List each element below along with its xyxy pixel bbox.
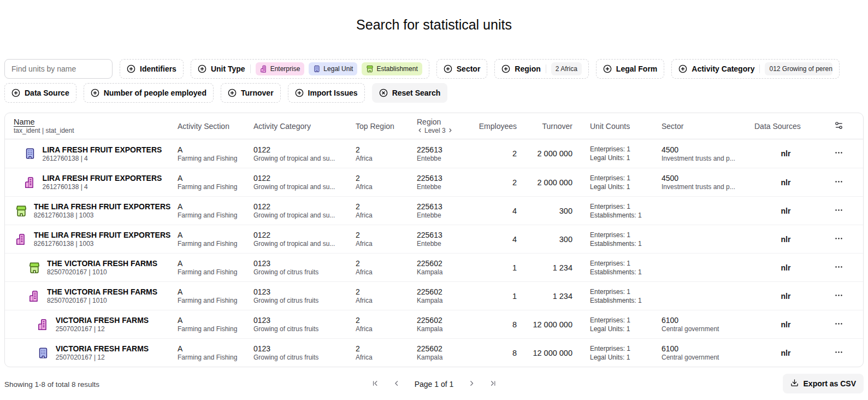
- top-region-cell: 2Africa: [356, 202, 417, 219]
- table-row[interactable]: THE LIRA FRESH FRUIT EXPORTERS8261276013…: [5, 196, 863, 225]
- region-filter-button[interactable]: Region2 Africa: [494, 59, 588, 79]
- row-actions-button[interactable]: [832, 345, 846, 361]
- activity-category-cell: 0122Growing of tropical and su...: [253, 174, 356, 191]
- data-sources-cell: nlr: [754, 292, 823, 301]
- row-actions-button[interactable]: [832, 203, 846, 219]
- activity-section-cell: AFarming and Fishing: [178, 259, 253, 276]
- export-csv-button[interactable]: Export as CSV: [783, 374, 864, 393]
- page-title: Search for statistical units: [0, 15, 868, 34]
- next-page-button[interactable]: [465, 377, 478, 391]
- badge-enterprise[interactable]: Enterprise: [256, 62, 305, 75]
- chevron-left-icon: [417, 127, 423, 135]
- unit-name-link[interactable]: THE LIRA FRESH FRUIT EXPORTERS: [34, 202, 171, 211]
- unit-name-link[interactable]: LIRA FRESH FRUIT EXPORTERS: [43, 174, 162, 183]
- unit-name-link[interactable]: VICTORIA FRESH FARMS: [56, 316, 149, 325]
- reset-search-filter-button[interactable]: Reset Search: [372, 83, 448, 103]
- download-icon: [790, 379, 799, 389]
- enterprise-icon: [37, 319, 49, 331]
- page-indicator: Page 1 of 1: [415, 380, 454, 389]
- unit-name-link[interactable]: VICTORIA FRESH FARMS: [56, 344, 149, 353]
- turnover-cell: 2 000 000: [517, 149, 572, 158]
- filter-bar: IdentifiersUnit TypeEnterpriseLegal Unit…: [4, 59, 864, 103]
- employees-cell: 4: [469, 235, 517, 244]
- unit-type-filter-button[interactable]: Unit TypeEnterpriseLegal UnitEstablishme…: [191, 59, 429, 79]
- row-actions-button[interactable]: [832, 146, 846, 161]
- unit-name-link[interactable]: LIRA FRESH FRUIT EXPORTERS: [43, 145, 162, 154]
- search-input[interactable]: [4, 59, 113, 79]
- unit-name-link[interactable]: THE VICTORIA FRESH FARMS: [47, 259, 157, 268]
- badge-establishment[interactable]: Establishment: [362, 62, 422, 75]
- unit-name-link[interactable]: THE VICTORIA FRESH FARMS: [47, 287, 157, 296]
- circle-plus-icon: [603, 64, 612, 73]
- activity-section-cell: AFarming and Fishing: [178, 344, 253, 361]
- table-row[interactable]: THE VICTORIA FRESH FARMS82507020167 | 10…: [5, 253, 863, 281]
- table-row[interactable]: LIRA FRESH FRUIT EXPORTERS2612760138 | 4…: [5, 139, 863, 168]
- employees-cell: 4: [469, 207, 517, 215]
- top-region-cell: 2Africa: [356, 145, 417, 162]
- region-cell: 225613Entebbe: [417, 202, 469, 219]
- name-cell: THE VICTORIA FRESH FARMS82507020167 | 10…: [14, 259, 178, 276]
- activity-category-cell: 0122Growing of tropical and su...: [253, 202, 356, 219]
- first-page-button[interactable]: [369, 377, 381, 391]
- region-level-next-button[interactable]: [447, 127, 453, 135]
- employees-cell: 8: [469, 349, 517, 357]
- identifiers-filter-button[interactable]: Identifiers: [120, 59, 184, 79]
- turnover-filter-button[interactable]: Turnover: [221, 83, 281, 103]
- pagination: Page 1 of 1: [369, 377, 500, 391]
- table-settings-button[interactable]: [832, 119, 846, 134]
- number-of-people-employed-filter-button[interactable]: Number of people employed: [84, 83, 214, 103]
- region-level-label: Level 3: [424, 127, 446, 134]
- enterprise-icon: [28, 290, 40, 302]
- search-statistical-units-page: Search for statistical units Identifiers…: [0, 15, 868, 395]
- badge-legal-unit[interactable]: Legal Unit: [309, 62, 357, 75]
- unit-name-link[interactable]: THE LIRA FRESH FRUIT EXPORTERS: [34, 231, 171, 239]
- data-sources-cell: nlr: [754, 320, 823, 329]
- sector-code: 6100: [662, 316, 749, 325]
- badge-2-africa[interactable]: 2 Africa: [551, 62, 582, 75]
- table-row[interactable]: VICTORIA FRESH FARMS2507020167 | 12AFarm…: [5, 338, 863, 367]
- name-cell: VICTORIA FRESH FARMS2507020167 | 12: [14, 344, 178, 361]
- top-region-cell: 2Africa: [356, 174, 417, 191]
- badge-012-growing-of-perenni[interactable]: 012 Growing of perenni: [765, 62, 832, 75]
- circle-plus-icon: [11, 89, 20, 97]
- filter-label: Activity Category: [692, 64, 754, 73]
- legal-unit-icon: [313, 65, 321, 73]
- region-level-prev-button[interactable]: [417, 127, 423, 135]
- filter-label: Number of people employed: [104, 89, 206, 97]
- row-actions-button[interactable]: [832, 232, 846, 247]
- top-region-cell: 2Africa: [356, 316, 417, 333]
- last-page-icon: [489, 379, 497, 389]
- separator: [759, 64, 760, 73]
- ellipsis-icon: [834, 148, 843, 159]
- sector-filter-button[interactable]: Sector: [436, 59, 488, 79]
- sector-code: 6100: [662, 344, 749, 353]
- activity-category-filter-button[interactable]: Activity Category012 Growing of perenni: [671, 59, 840, 79]
- row-actions-button[interactable]: [832, 175, 846, 190]
- unit-idents: 2507020167 | 12: [56, 354, 149, 361]
- legal-unit-icon: [24, 148, 36, 160]
- last-page-button[interactable]: [487, 377, 499, 391]
- table-row[interactable]: THE VICTORIA FRESH FARMS82507020167 | 10…: [5, 281, 863, 310]
- table-row[interactable]: VICTORIA FRESH FARMS2507020167 | 12AFarm…: [5, 310, 863, 338]
- actions-cell: [823, 232, 854, 247]
- table-row[interactable]: THE LIRA FRESH FRUIT EXPORTERS8261276013…: [5, 225, 863, 253]
- sort-by-name-button[interactable]: Name: [14, 117, 35, 126]
- sector-column-header: Sector: [662, 122, 754, 131]
- data-source-filter-button[interactable]: Data Source: [4, 83, 76, 103]
- legal-form-filter-button[interactable]: Legal Form: [596, 59, 664, 79]
- row-actions-button[interactable]: [832, 317, 846, 332]
- activity-category-cell: 0122Growing of tropical and su...: [253, 231, 356, 248]
- filter-label: Legal Form: [616, 64, 657, 73]
- table-row[interactable]: LIRA FRESH FRUIT EXPORTERS2612760138 | 4…: [5, 168, 863, 196]
- top-region-column-header: Top Region: [356, 122, 417, 131]
- region-column-title: Region: [417, 117, 441, 126]
- name-cell: LIRA FRESH FRUIT EXPORTERS2612760138 | 4: [14, 174, 178, 191]
- import-issues-filter-button[interactable]: Import Issues: [288, 83, 365, 103]
- row-actions-button[interactable]: [832, 260, 846, 275]
- previous-page-button[interactable]: [390, 377, 403, 391]
- unit-idents: 82612760138 | 1003: [34, 211, 171, 219]
- establishment-icon: [28, 262, 40, 274]
- filter-label: Turnover: [241, 89, 274, 97]
- export-csv-label: Export as CSV: [804, 379, 856, 388]
- row-actions-button[interactable]: [832, 289, 846, 304]
